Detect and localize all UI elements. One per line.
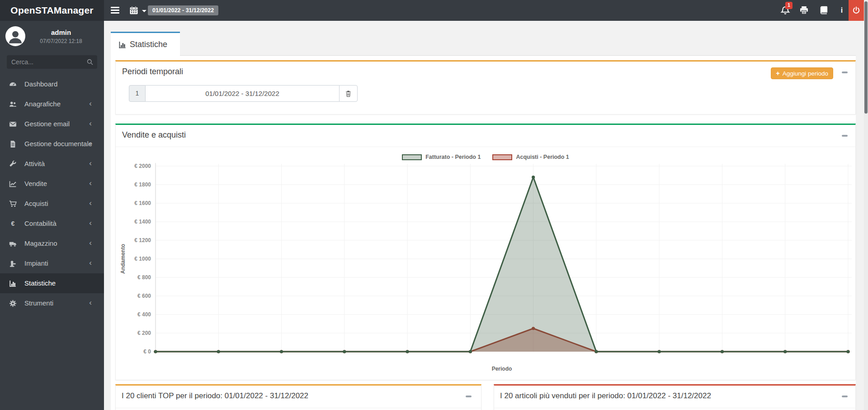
collapse-button[interactable]: [842, 72, 848, 73]
top-clients-header: I 20 clienti TOP per il periodo: 01/01/2…: [116, 386, 481, 408]
chevron-left-icon: ‹: [89, 174, 92, 193]
brand-logo[interactable]: OpenSTAManager: [0, 0, 104, 21]
chart-line-icon: [9, 180, 17, 188]
chevron-left-icon: ‹: [89, 293, 92, 312]
sidebar-item-vendite[interactable]: Vendite ‹: [0, 174, 104, 194]
svg-text:€ 2000: € 2000: [134, 163, 151, 169]
gear-icon: [9, 300, 17, 307]
logout-button[interactable]: [849, 0, 864, 21]
svg-text:€ 600: € 600: [137, 293, 151, 299]
chevron-left-icon: ‹: [89, 214, 92, 233]
tab-label: Statistiche: [130, 33, 167, 56]
calendar-icon: [129, 9, 138, 16]
login-datetime: 07/07/2022 12:18: [27, 38, 95, 44]
print-button[interactable]: [799, 5, 809, 15]
svg-text:€ 1800: € 1800: [134, 181, 151, 188]
sidebar-item-statistiche[interactable]: Statistiche: [0, 273, 104, 293]
svg-text:€ 400: € 400: [137, 311, 151, 318]
y-axis-label: Andamento: [120, 244, 126, 274]
truck-icon: [9, 240, 17, 248]
sidebar-item-dashboard[interactable]: Dashboard: [0, 74, 104, 94]
top-clients-card: I 20 clienti TOP per il periodo: 01/01/2…: [115, 384, 481, 410]
scrollbar-thumb[interactable]: [864, 1, 868, 114]
chevron-left-icon: ‹: [89, 94, 92, 113]
machine-icon: [9, 260, 17, 267]
top-clients-title: I 20 clienti TOP per il periodo: 01/01/2…: [122, 391, 308, 400]
chevron-left-icon: ‹: [89, 114, 92, 133]
collapse-button[interactable]: [842, 396, 848, 397]
chevron-down-icon: [142, 10, 146, 12]
period-daterange-input[interactable]: [146, 85, 339, 102]
plus-icon: +: [776, 70, 779, 77]
sidebar-item-magazzino[interactable]: Magazzino ‹: [0, 234, 104, 253]
svg-text:€ 200: € 200: [137, 330, 151, 336]
openstamanager-app: OpenSTAManager 01/01/2022 - 31/12/2022: [0, 0, 868, 410]
top-articles-title: I 20 articoli più venduti per il periodo…: [500, 391, 711, 400]
date-range-display[interactable]: 01/01/2022 - 31/12/2022: [148, 5, 218, 15]
sales-card-header: Vendite e acquisti: [116, 125, 855, 147]
add-period-button[interactable]: +Aggiungi periodo: [771, 67, 833, 79]
cart-icon: [9, 200, 17, 208]
x-axis-label: Periodo: [492, 366, 512, 372]
tab-statistiche[interactable]: Statistiche: [111, 32, 180, 56]
chevron-left-icon: ‹: [89, 234, 92, 253]
sidebar-item-gestione-documentale[interactable]: Gestione documentale ‹: [0, 134, 104, 154]
top-articles-header: I 20 articoli più venduti per il periodo…: [494, 386, 855, 408]
printer-icon: [799, 9, 809, 16]
collapse-button[interactable]: [842, 135, 848, 137]
topbar: OpenSTAManager 01/01/2022 - 31/12/2022: [0, 0, 868, 21]
trash-icon: [345, 90, 352, 97]
user-name: admin: [27, 29, 95, 36]
sidebar-item-contabilita[interactable]: € Contabilità ‹: [0, 214, 104, 234]
chevron-left-icon: ‹: [89, 134, 92, 153]
sidebar: admin 07/07/2022 12:18 Dashboard: [0, 21, 104, 410]
info-button[interactable]: i: [837, 5, 847, 15]
period-index: 1: [129, 85, 146, 102]
users-icon: [9, 100, 17, 108]
tachometer-icon: [9, 81, 17, 88]
chevron-left-icon: ‹: [89, 253, 92, 272]
avatar[interactable]: [5, 26, 25, 46]
top-articles-card: I 20 articoli più venduti per il periodo…: [494, 384, 856, 410]
chevron-left-icon: ‹: [89, 154, 92, 173]
wrench-icon: [9, 160, 17, 168]
sidebar-item-gestione-email[interactable]: Gestione email ‹: [0, 114, 104, 134]
svg-text:€ 0: € 0: [143, 348, 151, 355]
svg-text:€ 1000: € 1000: [134, 256, 151, 262]
svg-text:€ 1200: € 1200: [134, 237, 151, 243]
sidebar-menu: Dashboard Anagrafiche ‹: [0, 74, 104, 313]
svg-text:€ 1400: € 1400: [134, 219, 151, 225]
sidebar-item-anagrafiche[interactable]: Anagrafiche ‹: [0, 94, 104, 114]
periods-card-title: Periodi temporali: [122, 67, 183, 76]
collapse-button[interactable]: [466, 396, 472, 397]
chevron-left-icon: ‹: [89, 194, 92, 213]
delete-period-button[interactable]: [339, 85, 358, 102]
book-icon: [819, 9, 829, 16]
sales-purchases-card: Vendite e acquisti Fatturato - Periodo 1…: [115, 124, 856, 380]
envelope-icon: [9, 120, 17, 128]
search-icon[interactable]: [86, 58, 94, 67]
info-icon: i: [841, 6, 843, 14]
period-calendar-dropdown[interactable]: [129, 6, 146, 16]
bar-chart-icon: [118, 41, 127, 51]
sidebar-item-attivita[interactable]: Attività ‹: [0, 154, 104, 174]
sales-purchases-chart: € 0€ 200€ 400€ 600€ 800€ 1000€ 1200€ 140…: [116, 150, 855, 381]
sidebar-item-strumenti[interactable]: Strumenti ‹: [0, 293, 104, 313]
svg-text:€ 800: € 800: [137, 274, 151, 281]
scrollbar-track[interactable]: [864, 0, 868, 410]
sales-card-title: Vendite e acquisti: [122, 130, 186, 140]
periods-card: Periodi temporali +Aggiungi periodo 1: [115, 60, 856, 114]
search-input[interactable]: [11, 55, 84, 69]
sidebar-item-impianti[interactable]: Impianti ‹: [0, 253, 104, 273]
notification-badge: 1: [785, 2, 793, 9]
svg-text:€ 1600: € 1600: [134, 200, 151, 206]
sidebar-toggle-button[interactable]: [111, 7, 119, 14]
manual-button[interactable]: [819, 5, 829, 15]
sidebar-search: [7, 55, 97, 69]
bar-chart-icon: [9, 280, 17, 287]
file-icon: [9, 140, 17, 148]
bell-icon: [780, 9, 790, 17]
sidebar-item-acquisti[interactable]: Acquisti ‹: [0, 194, 104, 214]
euro-icon: €: [9, 220, 17, 228]
